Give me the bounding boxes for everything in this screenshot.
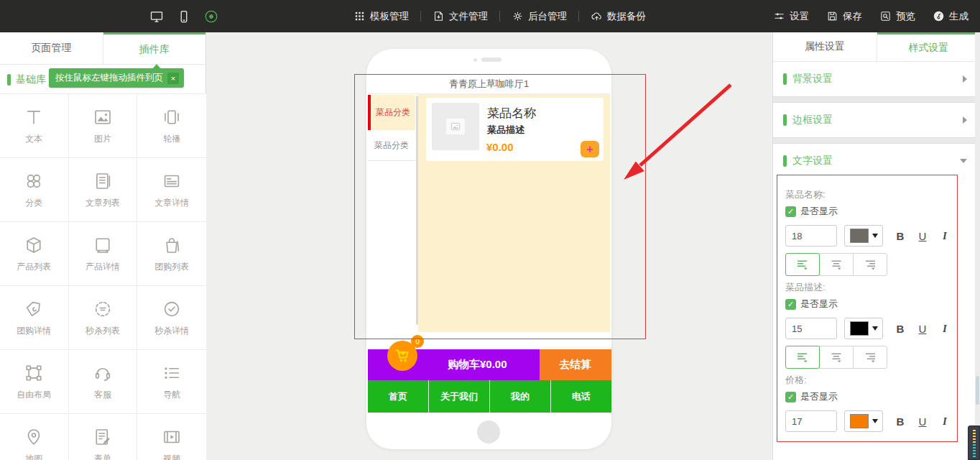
- show-toggle-price[interactable]: ✓ 是否显示: [785, 389, 980, 405]
- widget-groupbuy-list[interactable]: 团购列表: [137, 222, 206, 286]
- service-icon: [92, 362, 114, 384]
- toolbar-template-manage-button[interactable]: 模板管理: [353, 10, 409, 23]
- tab-property-settings[interactable]: 属性设置: [773, 32, 877, 61]
- window-scrollbar-thumb[interactable]: [976, 376, 979, 405]
- dish-content-area[interactable]: 菜品名称 菜品描述 ¥0.00 +: [418, 94, 610, 332]
- tooltip-close-button[interactable]: ×: [167, 73, 179, 84]
- align-left-button[interactable]: [785, 253, 820, 276]
- widget-text[interactable]: 文本: [0, 94, 69, 158]
- chevron-right-icon: [963, 116, 967, 124]
- widget-image[interactable]: 图片: [69, 94, 138, 158]
- widget-product-detail[interactable]: 产品详情: [69, 222, 138, 286]
- align-right-button[interactable]: [853, 346, 887, 369]
- tab-plugin-library[interactable]: 插件库: [103, 32, 206, 64]
- color-select-dish-desc[interactable]: [844, 318, 883, 339]
- caret-down-icon: [872, 419, 878, 423]
- format-italic-button[interactable]: I: [939, 323, 951, 335]
- phone-nav-phone[interactable]: 电话: [550, 380, 611, 413]
- format-italic-button[interactable]: I: [939, 230, 951, 242]
- desktop-icon[interactable]: [149, 9, 164, 24]
- toolbar-generate-button[interactable]: 生成: [933, 10, 969, 23]
- format-underline-button[interactable]: U: [917, 415, 928, 428]
- phone-home-button[interactable]: [477, 420, 500, 443]
- show-toggle-dish-name[interactable]: ✓ 是否显示: [785, 203, 980, 219]
- widget-navigation[interactable]: 导航: [137, 350, 206, 414]
- widget-groupbuy-detail[interactable]: 团购详情: [0, 286, 69, 350]
- font-size-input-dish-name[interactable]: [785, 225, 837, 247]
- widget-seckill-list[interactable]: 秒杀列表: [69, 286, 138, 350]
- checkbox-checked-icon[interactable]: ✓: [785, 392, 796, 402]
- tab-page-manage[interactable]: 页面管理: [0, 32, 103, 64]
- category-scrollbar[interactable]: [416, 96, 418, 325]
- toolbar-data-backup-button[interactable]: 数据备份: [591, 10, 646, 23]
- widget-carousel-label: 轮播: [163, 133, 180, 145]
- cart-count-badge: 0: [411, 335, 424, 348]
- toolbar-generate-label: 生成: [949, 10, 969, 23]
- caret-down-icon: [872, 234, 878, 238]
- widget-map[interactable]: 地图: [0, 414, 69, 460]
- widget-article-list-label: 文章列表: [85, 197, 120, 209]
- toolbar-preview-button[interactable]: 预览: [879, 10, 915, 23]
- format-bold-button[interactable]: B: [895, 230, 906, 242]
- font-size-input-dish-desc[interactable]: [785, 318, 837, 339]
- tab-style-settings[interactable]: 样式设置: [877, 32, 980, 61]
- color-select-price[interactable]: [844, 410, 883, 432]
- save-icon: [826, 10, 838, 22]
- category-sidebar: 菜品分类菜品分类: [368, 94, 415, 332]
- widget-video[interactable]: 视频: [137, 414, 206, 460]
- align-left-button[interactable]: [785, 346, 820, 369]
- widget-seckill-detail[interactable]: 秒杀详情: [137, 286, 206, 350]
- color-select-dish-name[interactable]: [844, 225, 883, 247]
- align-center-button[interactable]: [819, 253, 854, 276]
- file-icon: [433, 10, 445, 22]
- toolbar-settings-button[interactable]: 设置: [773, 10, 809, 23]
- phone-nav-mine[interactable]: 我的: [489, 380, 550, 413]
- widget-groupbuy-list-label: 团购列表: [154, 261, 189, 273]
- category-tab-2[interactable]: 菜品分类: [368, 130, 415, 161]
- phone-nav-home[interactable]: 首页: [368, 380, 428, 413]
- right-panel-tabs: 属性设置 样式设置: [773, 32, 980, 62]
- gear-icon: [512, 10, 524, 22]
- section-text-settings[interactable]: 文字设置: [773, 144, 980, 178]
- widget-product-list[interactable]: 产品列表: [0, 222, 69, 286]
- dish-card[interactable]: 菜品名称 菜品描述 ¥0.00 +: [426, 98, 604, 161]
- mobile-icon[interactable]: [177, 9, 191, 24]
- section-background-settings[interactable]: 背景设置: [773, 62, 980, 96]
- align-center-button[interactable]: [819, 346, 854, 369]
- checkout-button[interactable]: 去结算: [540, 349, 612, 380]
- article-detail-icon: [161, 170, 182, 192]
- toolbar-backend-manage-button[interactable]: 后台管理: [512, 10, 567, 23]
- category-tab-1[interactable]: 菜品分类: [368, 95, 415, 130]
- checkbox-checked-icon[interactable]: ✓: [785, 206, 796, 217]
- text-icon: [23, 106, 45, 128]
- widget-article-detail[interactable]: 文章详情: [137, 158, 206, 222]
- dish-name: 菜品名称: [487, 105, 536, 121]
- font-controls-dish-desc: BUI: [785, 318, 980, 339]
- align-right-button[interactable]: [853, 253, 887, 276]
- widget-form[interactable]: 表单: [69, 414, 138, 460]
- show-toggle-dish-desc[interactable]: ✓ 是否显示: [785, 296, 980, 312]
- toolbar-file-manage-button[interactable]: 文件管理: [433, 10, 488, 23]
- cloud-upload-icon: [591, 10, 603, 22]
- section-border-settings[interactable]: 边框设置: [773, 103, 980, 137]
- widget-category[interactable]: 分类: [0, 158, 69, 222]
- widget-customer-service[interactable]: 客服: [69, 350, 138, 414]
- phone-nav-about[interactable]: 关于我们: [428, 380, 489, 413]
- widget-free-layout[interactable]: 自由布局: [0, 350, 69, 414]
- checkbox-checked-icon[interactable]: ✓: [785, 299, 796, 310]
- sliders-icon: [773, 10, 785, 22]
- link-icon[interactable]: [204, 9, 218, 24]
- format-underline-button[interactable]: U: [917, 230, 928, 242]
- format-bold-button[interactable]: B: [895, 415, 906, 428]
- toolbar-save-button[interactable]: 保存: [826, 10, 862, 23]
- format-italic-button[interactable]: I: [939, 415, 951, 428]
- font-size-input-price[interactable]: [785, 410, 837, 432]
- product-detail-icon: [92, 234, 114, 256]
- format-bold-button[interactable]: B: [895, 323, 906, 335]
- format-underline-button[interactable]: U: [917, 323, 928, 335]
- align-group-dish-name: [785, 253, 980, 276]
- widget-article-list[interactable]: 文章列表: [69, 158, 138, 222]
- font-controls-dish-name: BUI: [785, 225, 980, 247]
- widget-carousel[interactable]: 轮播: [137, 94, 206, 158]
- add-dish-button[interactable]: +: [581, 141, 599, 157]
